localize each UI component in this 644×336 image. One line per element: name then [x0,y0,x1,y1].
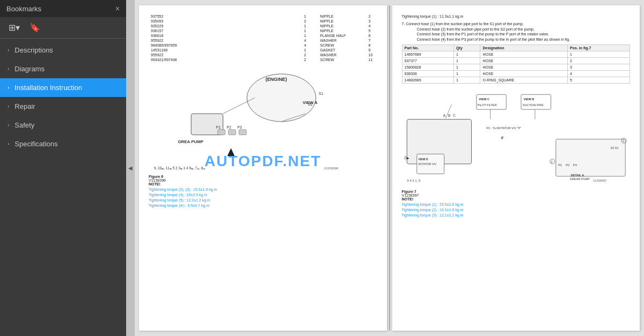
qty: 2 [302,53,318,57]
table-cell: 5 [568,77,630,83]
sidebar-title: Bookmarks [6,5,41,13]
qty: 1 [302,33,318,38]
designation: NIPPLE [318,28,367,33]
sidebar-item-installation[interactable]: ›Installation Instruction [0,78,126,97]
svg-text:GREAR PUMP: GREAR PUMP [569,177,590,181]
table-cell: HOSE [480,57,568,64]
right-figure-ref: V1158397 [402,193,419,197]
sidebar-item-diagrams[interactable]: ›Diagrams [0,59,126,78]
part-no: 955922 [149,38,302,43]
sidebar-nav: ›Descriptions›Diagrams›Installation Inst… [0,39,126,336]
table-row: 146676891HOSE1 [402,51,630,57]
tightening-header: Tightening torque (1) : 11.3±1.1 kg.m [402,14,631,19]
svg-text:P1: P1 [558,163,562,167]
table-cell: 1 [453,51,480,57]
sidebar-item-safety[interactable]: ›Safety [0,116,126,135]
sidebar-toolbar: ⊞▾ 🔖 [0,17,126,39]
sidebar-item-label: Diagrams [14,65,45,73]
left-figure-note: NOTE! [149,182,160,186]
table-row: 158008281HOSE3 [402,64,630,70]
pos: 11 [367,57,377,62]
part-no: 935229 [149,24,302,28]
pos: 4 [367,24,377,28]
svg-text:1: 1 [622,139,624,143]
sidebar-item-label: Specifications [14,140,57,148]
table-cell: 1 [568,51,630,57]
sidebar-item-descriptions[interactable]: ›Descriptions [0,41,126,59]
right-figure-number: Figure 7 [402,190,416,193]
instruction-7: 7. Connect hose (1) from the suction pip… [402,21,631,42]
left-figure-ref: V1158396 [149,178,166,182]
pos: 6 [367,33,377,38]
instruction-sub-line: Connect hose (3) from the P1 port of the… [402,32,631,37]
left-figure-number: Figure 6 [149,175,163,178]
svg-marker-15 [227,148,235,156]
part-no: 937552 [149,14,302,19]
sidebar-item-specifications[interactable]: ›Specifications [0,135,126,153]
table-cell: HOSE [480,51,568,57]
svg-text:B: B [448,114,450,117]
chevron-icon: › [8,141,9,147]
part-no: 936618 [149,33,302,38]
chevron-icon: › [8,66,9,72]
svg-text:S1: S1 [319,92,324,95]
svg-text:D▶: D▶ [404,156,409,160]
table-cell: HOSE [480,64,568,70]
pos: 7 [367,38,377,43]
designation: NIPPLE [318,24,367,28]
close-icon[interactable]: × [115,4,120,13]
view-toggle-button[interactable]: ⊞▾ [6,21,22,34]
left-diagram-svg: (ENGINE) GREA PUMP VIEW A S1 S2 P1 P2 P3 [149,65,377,173]
svg-text:PILOT FILTER: PILOT FILTER [477,103,496,107]
table-cell: 2 [568,57,630,64]
qty: 1 [302,24,318,28]
sidebar-item-repair[interactable]: ›Repair [0,97,126,116]
designation: NIPPLE [318,19,367,24]
table-row: 9373771HOSE2 [402,57,630,64]
svg-rect-11 [239,130,246,135]
collapse-handle[interactable]: ◀ [126,0,135,336]
left-tightening-notes: Tightening torque (2), (3) : 19.3±1.9 kg… [149,188,377,208]
table-cell: 14882689 [402,77,453,83]
right-page: Tightening torque (1) : 11.3±1.1 kg.m 7.… [392,5,640,331]
table-header: Part No. [402,44,453,51]
svg-text:A: A [443,114,445,117]
svg-rect-39 [555,139,625,176]
chevron-icon: › [8,103,9,109]
svg-text:3   4                  2  1, 5: 3 4 2 1, 5 [407,179,421,182]
chevron-icon: › [8,122,9,128]
svg-rect-7 [218,130,225,135]
qty: 1 [302,48,318,53]
pos: 2 [367,14,377,19]
parts-table-left: 9375521NIPPLE29350932NIPPLE39352291NIPPL… [149,14,377,62]
pages-container: 9375521NIPPLE29350932NIPPLE39352291NIPPL… [135,0,644,336]
designation: WASHER [318,53,367,57]
left-diagram-area: (ENGINE) GREA PUMP VIEW A S1 S2 P1 P2 P3 [149,65,377,173]
pos: 10 [367,53,377,57]
right-diagram-svg: VIEW C PILOT FILTER VIEW B SUCTION PIPE … [402,86,631,188]
right-figure-note: NOTE! [402,197,414,201]
tightening-note: Tightening torque (3) : 12.1±1.2 kg.m [402,213,631,217]
pos: 8 [367,43,377,48]
chevron-icon: › [8,85,9,91]
svg-text:S2  S1: S2 S1 [610,146,618,150]
qty: 4 [302,38,318,43]
page-divider [389,5,390,331]
table-row: 148826891O-RING_SQUARE5 [402,77,630,83]
svg-text:2: 2 [551,160,552,163]
left-page: 9375521NIPPLE29350932NIPPLE39352291NIPPL… [139,5,387,331]
svg-rect-22 [521,94,551,109]
right-diagram-area: VIEW C PILOT FILTER VIEW B SUCTION PIPE … [402,86,631,188]
qty: 2 [302,19,318,24]
bookmark-icon[interactable]: 🔖 [27,21,42,34]
sidebar: Bookmarks × ⊞▾ 🔖 ›Descriptions›Diagrams›… [0,0,126,336]
svg-text:P2 - To  ROTATOR V/V "P": P2 - To ROTATOR V/V "P" [486,126,521,130]
table-cell: 15800828 [402,64,453,70]
part-no: 984080/997859 [149,43,302,48]
tightening-note: Tightening torque (2) : 16.3±1.6 kg.m [402,208,631,212]
sidebar-item-label: Safety [14,121,34,129]
part-no: 14531168 [149,48,302,53]
svg-text:VIEW D: VIEW D [418,158,428,161]
table-cell: 937377 [402,57,453,64]
part-no: 936157 [149,28,302,33]
